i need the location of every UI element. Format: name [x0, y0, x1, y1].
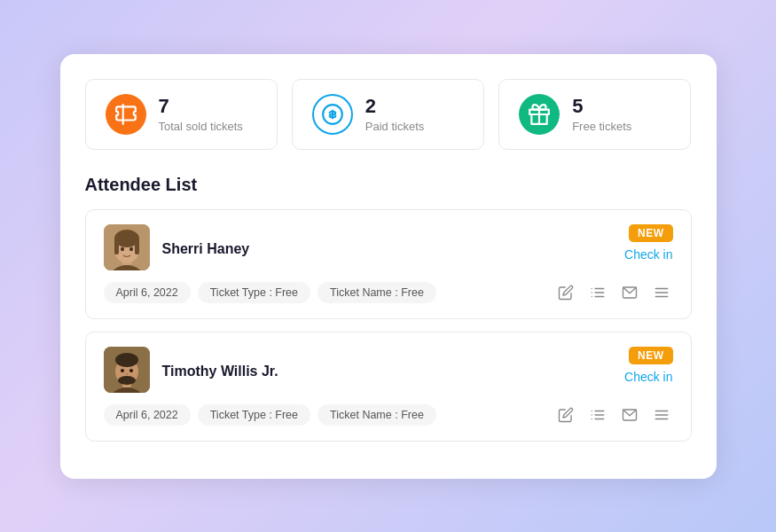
stat-free: 5 Free tickets [498, 79, 691, 150]
gift-icon [528, 103, 551, 126]
svg-point-30 [121, 369, 124, 372]
total-sold-number: 7 [159, 95, 243, 118]
svg-point-29 [118, 376, 136, 385]
menu-icon-timothy[interactable] [650, 403, 673, 426]
date-tag-sherri: April 6, 2022 [104, 282, 191, 303]
mail-icon-timothy[interactable] [618, 403, 641, 426]
gift-icon-container [519, 94, 560, 135]
stat-paid: 2 Paid tickets [292, 79, 484, 150]
attendee-list-title: Attendee List [85, 175, 692, 195]
svg-point-32 [125, 373, 128, 375]
free-label: Free tickets [572, 120, 631, 133]
avatar-timothy [104, 347, 150, 393]
free-number: 5 [572, 95, 631, 118]
paid-label: Paid tickets [365, 120, 424, 133]
ticket-type-tag-timothy: Ticket Type : Free [198, 404, 310, 426]
attendee-name-timothy: Timothy Willis Jr. [162, 364, 278, 379]
tags-timothy: April 6, 2022 Ticket Type : Free Ticket … [104, 404, 436, 426]
ticket-name-tag-timothy: Ticket Name : Free [317, 404, 436, 426]
svg-rect-10 [114, 239, 119, 254]
list-icon-sherri[interactable] [586, 281, 609, 304]
stats-row: 7 Total sold tickets 2 Paid tickets [85, 79, 692, 150]
avatar-sherri [104, 224, 150, 270]
date-tag-timothy: April 6, 2022 [104, 404, 191, 426]
action-icons-sherri [554, 281, 673, 304]
list-icon-timothy[interactable] [586, 403, 609, 426]
svg-point-31 [129, 369, 133, 372]
ticket-name-tag-sherri: Ticket Name : Free [317, 282, 436, 303]
attendee-name-sherri: Sherri Haney [162, 241, 250, 257]
main-card: 7 Total sold tickets 2 Paid tickets [60, 54, 717, 479]
tags-sherri: April 6, 2022 Ticket Type : Free Ticket … [104, 282, 436, 303]
svg-point-13 [129, 246, 133, 250]
check-in-sherri[interactable]: Check in [624, 247, 672, 262]
dollar-icon [321, 103, 344, 126]
action-icons-timothy [554, 403, 673, 426]
check-in-timothy[interactable]: Check in [624, 370, 672, 384]
paid-number: 2 [365, 95, 424, 118]
stat-total-sold: 7 Total sold tickets [85, 79, 278, 150]
svg-point-28 [115, 353, 138, 367]
dollar-icon-container [312, 94, 353, 135]
total-sold-label: Total sold tickets [159, 120, 243, 133]
svg-point-12 [121, 246, 124, 250]
ticket-type-tag-sherri: Ticket Type : Free [198, 282, 310, 303]
menu-icon-sherri[interactable] [650, 281, 673, 304]
edit-icon-sherri[interactable] [554, 281, 577, 304]
edit-icon-timothy[interactable] [554, 403, 577, 426]
attendee-card-sherri: Sherri Haney NEW Check in April 6, 2022 … [85, 209, 692, 319]
svg-rect-11 [135, 239, 139, 254]
mail-icon-sherri[interactable] [618, 281, 641, 304]
new-badge-sherri: NEW [629, 224, 673, 242]
ticket-icon-container [106, 94, 146, 135]
attendee-card-timothy: Timothy Willis Jr. NEW Check in April 6,… [85, 332, 692, 442]
ticket-icon [114, 103, 137, 126]
new-badge-timothy: NEW [629, 347, 673, 364]
